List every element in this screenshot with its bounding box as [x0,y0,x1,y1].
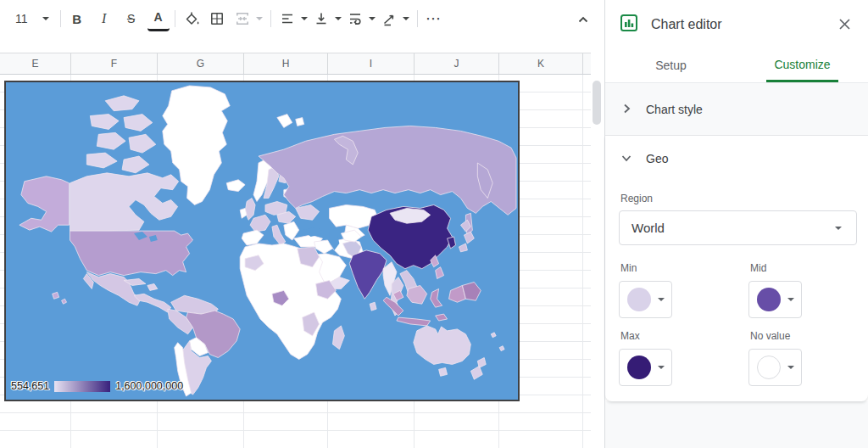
text-color-button[interactable]: A [147,6,170,31]
text-rotation-icon [381,11,397,26]
min-label: Min [620,262,748,274]
italic-button[interactable]: I [93,6,115,31]
mid-color-button[interactable] [748,281,802,318]
panel-header: Chart editor [605,0,868,48]
text-rotation-button[interactable] [378,6,400,31]
section-label: Geo [646,152,668,165]
chevron-down-icon [835,227,842,230]
chevron-down-icon [42,17,49,20]
chevron-down-icon [787,298,794,301]
grid-column-line [582,75,583,448]
min-color-picker: Min [619,262,748,318]
region-label: Region [620,193,853,204]
chevron-down-icon [658,366,665,369]
align-left-icon [280,11,295,26]
column-headers: E F G H I J K [0,53,591,75]
column-header-i[interactable]: I [328,53,415,74]
more-toolbar-button[interactable]: ⋯ [423,6,445,31]
tab-customize[interactable]: Customize [737,48,868,82]
geo-chart[interactable]: 554,651 1,600,000,000 [4,81,520,401]
fill-color-button[interactable] [181,6,203,31]
mid-label: Mid [750,262,868,274]
mid-color-picker: Mid [748,262,868,318]
mid-color-swatch [757,288,781,311]
max-color-picker: Max [619,330,748,386]
vertical-scrollbar[interactable] [591,75,603,448]
panel-title: Chart editor [651,17,822,32]
borders-grid-icon [209,11,225,26]
legend-gradient [54,381,110,392]
map-region [70,231,193,275]
vertical-align-button[interactable] [310,6,332,31]
no-value-color-button[interactable] [748,349,802,386]
panel-bottom-area [605,401,868,448]
region-select-value: World [632,221,665,235]
min-color-button[interactable] [619,281,672,318]
strikethrough-button[interactable]: S [120,6,142,31]
column-header-k[interactable]: K [499,53,583,74]
merge-cells-button[interactable] [231,6,253,31]
tab-setup[interactable]: Setup [605,48,737,82]
legend-min-value: 554,651 [11,380,49,392]
horizontal-align-chevron-icon[interactable] [301,17,308,20]
close-panel-button[interactable] [834,14,854,35]
column-header-e[interactable]: E [0,53,71,74]
region-select[interactable]: World [619,210,857,245]
chevron-down-icon [787,366,794,369]
merge-cells-chevron-icon[interactable] [256,17,263,20]
section-geo-header[interactable]: Geo [605,136,868,181]
no-value-color-picker: No value [748,330,868,386]
color-pickers: Min Mid Max No [605,262,868,386]
section-chart-style[interactable]: Chart style [605,83,868,136]
column-header-j[interactable]: J [415,53,499,74]
section-label: Chart style [646,103,703,116]
chart-editor-icon [619,13,639,36]
toolbar-divider [417,10,418,27]
no-value-label: No value [750,330,868,342]
legend-max-value: 1,600,000,000 [115,380,183,392]
text-rotation-chevron-icon[interactable] [403,17,409,20]
max-color-button[interactable] [619,349,672,386]
panel-tabs: Setup Customize [605,48,868,83]
paint-bucket-icon [183,11,200,26]
horizontal-align-button[interactable] [276,6,298,31]
min-color-swatch [627,288,651,311]
font-size-value: 11 [15,12,28,25]
max-color-swatch [627,356,651,379]
column-header-f[interactable]: F [71,53,158,74]
align-bottom-icon [314,11,329,26]
column-header-partial[interactable] [583,53,591,74]
no-value-color-swatch [757,356,781,379]
section-geo: Geo Region World Min Mid [605,136,868,401]
max-label: Max [620,330,748,342]
text-wrap-chevron-icon[interactable] [369,17,376,20]
toolbar-divider [175,10,175,27]
chevron-up-icon [576,13,590,26]
chevron-down-icon [658,298,665,301]
chevron-right-icon [621,103,632,116]
toolbar-divider [60,10,61,27]
text-wrap-button[interactable] [344,6,366,31]
font-size-control[interactable]: 11 [8,6,55,31]
chevron-down-icon [621,152,632,165]
borders-button[interactable] [206,6,228,31]
column-header-g[interactable]: G [158,53,244,74]
toolbar: 11 B I S A [0,0,604,37]
scrollbar-thumb[interactable] [593,81,601,125]
map-region [439,367,448,376]
bold-button[interactable]: B [66,6,88,31]
chart-editor-panel: Chart editor Setup Customize Chart style [604,0,868,448]
world-map-svg [6,82,518,400]
collapse-toolbar-button[interactable] [572,7,594,32]
chart-legend: 554,651 1,600,000,000 [11,380,183,392]
column-header-h[interactable]: H [244,53,328,74]
text-wrap-icon [348,11,363,26]
merge-cells-icon [235,11,250,26]
vertical-align-chevron-icon[interactable] [335,17,342,20]
toolbar-divider [270,10,271,27]
